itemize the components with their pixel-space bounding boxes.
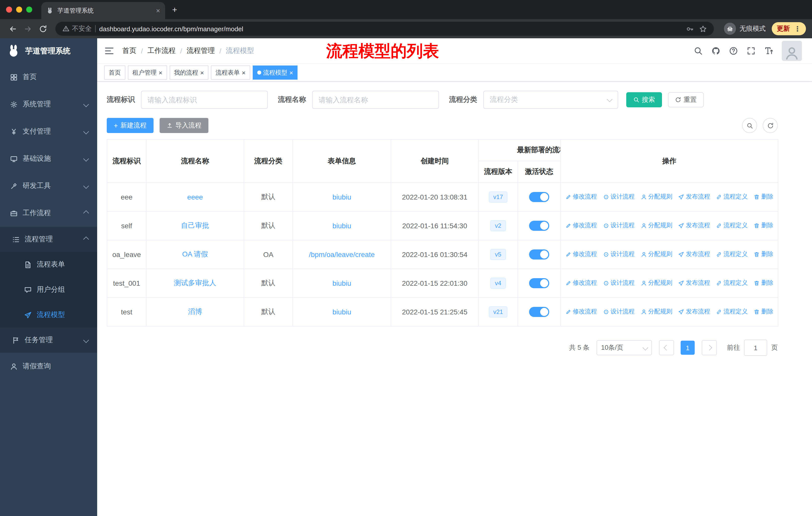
publish-process-link[interactable]: 发布流程: [678, 221, 710, 230]
page-size-select[interactable]: 10条/页: [597, 340, 652, 355]
sidebar-item-home[interactable]: 首页: [0, 63, 97, 91]
close-icon[interactable]: ×: [158, 69, 162, 76]
modify-process-link[interactable]: 修改流程: [565, 250, 597, 259]
form-info-link[interactable]: /bpm/oa/leave/create: [309, 250, 375, 259]
process-definition-link[interactable]: 流程定义: [716, 193, 748, 201]
close-tab-icon[interactable]: ×: [156, 6, 160, 15]
sidebar-item-leave-query[interactable]: 请假查询: [0, 353, 97, 380]
delete-link[interactable]: 删除: [754, 221, 773, 230]
modify-process-link[interactable]: 修改流程: [565, 279, 597, 288]
fullscreen-icon[interactable]: [747, 46, 756, 55]
process-definition-link[interactable]: 流程定义: [716, 308, 748, 316]
process-definition-link[interactable]: 流程定义: [716, 279, 748, 288]
url-bar[interactable]: 不安全 dashboard.yudao.iocoder.cn/bpm/manag…: [55, 22, 714, 36]
back-button[interactable]: [6, 22, 19, 35]
category-select[interactable]: 流程分类: [483, 91, 618, 109]
process-name-link[interactable]: 滔博: [188, 307, 202, 316]
process-key-input[interactable]: [141, 91, 268, 109]
publish-process-link[interactable]: 发布流程: [678, 279, 710, 288]
modify-process-link[interactable]: 修改流程: [565, 308, 597, 316]
publish-process-link[interactable]: 发布流程: [678, 308, 710, 316]
sidebar-item-process-form[interactable]: 流程表单: [0, 252, 97, 277]
github-icon[interactable]: [711, 46, 720, 55]
password-key-icon[interactable]: [686, 25, 694, 32]
forward-button[interactable]: [21, 22, 34, 35]
active-switch[interactable]: [529, 221, 549, 231]
delete-link[interactable]: 删除: [754, 250, 773, 259]
search-button[interactable]: 搜索: [626, 92, 662, 107]
assign-rule-link[interactable]: 分配规则: [641, 221, 672, 230]
new-tab-button[interactable]: +: [172, 5, 177, 15]
browser-tab[interactable]: 芋道管理系统 ×: [41, 2, 165, 19]
sidebar-item-process-mgmt[interactable]: 流程管理: [0, 227, 97, 252]
process-name-link[interactable]: 测试多审批人: [174, 279, 216, 287]
avatar[interactable]: [782, 41, 802, 61]
process-name-input[interactable]: [312, 91, 439, 109]
toggle-search-button[interactable]: [742, 118, 757, 133]
active-switch[interactable]: [529, 307, 549, 317]
sidebar-item-process-model[interactable]: 流程模型: [0, 302, 97, 328]
close-icon[interactable]: ×: [242, 69, 245, 76]
tag-tenant-mgmt[interactable]: 租户管理×: [128, 65, 167, 80]
font-size-icon[interactable]: [764, 46, 773, 55]
delete-link[interactable]: 删除: [754, 308, 773, 316]
assign-rule-link[interactable]: 分配规则: [641, 279, 672, 288]
design-process-link[interactable]: 设计流程: [603, 308, 635, 316]
search-icon[interactable]: [694, 46, 703, 55]
create-process-button[interactable]: + 新建流程: [107, 118, 153, 133]
breadcrumb-home[interactable]: 首页: [122, 46, 137, 55]
hamburger-icon[interactable]: [104, 46, 114, 56]
assign-rule-link[interactable]: 分配规则: [641, 250, 672, 259]
bookmark-star-icon[interactable]: [699, 25, 707, 32]
sidebar-item-payment[interactable]: 支付管理: [0, 118, 97, 145]
sidebar-item-task-mgmt[interactable]: 任务管理: [0, 328, 97, 353]
assign-rule-link[interactable]: 分配规则: [641, 308, 672, 316]
active-switch[interactable]: [529, 192, 549, 202]
prev-page-button[interactable]: [659, 340, 674, 355]
app-logo[interactable]: 芋道管理系统: [0, 38, 97, 63]
delete-link[interactable]: 删除: [754, 193, 773, 201]
form-info-link[interactable]: biubiu: [332, 222, 351, 230]
zoom-window-button[interactable]: [26, 6, 32, 12]
current-page[interactable]: 1: [680, 341, 695, 355]
tag-home[interactable]: 首页: [104, 65, 125, 80]
tag-my-process[interactable]: 我的流程×: [169, 65, 208, 80]
sidebar-item-user-group[interactable]: 用户分组: [0, 277, 97, 302]
tag-process-form[interactable]: 流程表单×: [211, 65, 250, 80]
delete-link[interactable]: 删除: [754, 279, 773, 288]
form-info-link[interactable]: biubiu: [332, 308, 351, 316]
next-page-button[interactable]: [702, 340, 717, 355]
sidebar-item-devtools[interactable]: 研发工具: [0, 172, 97, 199]
process-name-link[interactable]: 自己审批: [181, 221, 209, 229]
browser-menu-icon[interactable]: ⋮: [794, 25, 801, 33]
process-name-link[interactable]: OA 请假: [182, 250, 208, 258]
breadcrumb-process-mgmt[interactable]: 流程管理: [187, 46, 215, 55]
design-process-link[interactable]: 设计流程: [603, 250, 635, 259]
sidebar-item-system[interactable]: 系统管理: [0, 91, 97, 118]
reset-button[interactable]: 重置: [668, 92, 704, 107]
process-definition-link[interactable]: 流程定义: [716, 250, 748, 259]
refresh-table-button[interactable]: [763, 118, 778, 133]
close-icon[interactable]: ×: [200, 69, 204, 76]
reload-button[interactable]: [36, 22, 49, 35]
process-name-link[interactable]: eeee: [187, 193, 203, 201]
close-window-button[interactable]: [6, 6, 12, 12]
publish-process-link[interactable]: 发布流程: [678, 250, 710, 259]
breadcrumb-workflow[interactable]: 工作流程: [147, 46, 176, 55]
design-process-link[interactable]: 设计流程: [603, 193, 635, 201]
publish-process-link[interactable]: 发布流程: [678, 193, 710, 201]
form-info-link[interactable]: biubiu: [332, 279, 351, 287]
import-process-button[interactable]: 导入流程: [160, 118, 208, 133]
sidebar-item-infra[interactable]: 基础设施: [0, 145, 97, 172]
assign-rule-link[interactable]: 分配规则: [641, 193, 672, 201]
minimize-window-button[interactable]: [16, 6, 22, 12]
modify-process-link[interactable]: 修改流程: [565, 193, 597, 201]
form-info-link[interactable]: biubiu: [332, 193, 351, 201]
process-definition-link[interactable]: 流程定义: [716, 221, 748, 230]
active-switch[interactable]: [529, 278, 549, 288]
update-button[interactable]: 更新 ⋮: [772, 22, 806, 35]
design-process-link[interactable]: 设计流程: [603, 221, 635, 230]
tag-process-model[interactable]: 流程模型×: [253, 65, 298, 80]
sidebar-item-workflow[interactable]: 工作流程: [0, 199, 97, 227]
active-switch[interactable]: [529, 249, 549, 260]
